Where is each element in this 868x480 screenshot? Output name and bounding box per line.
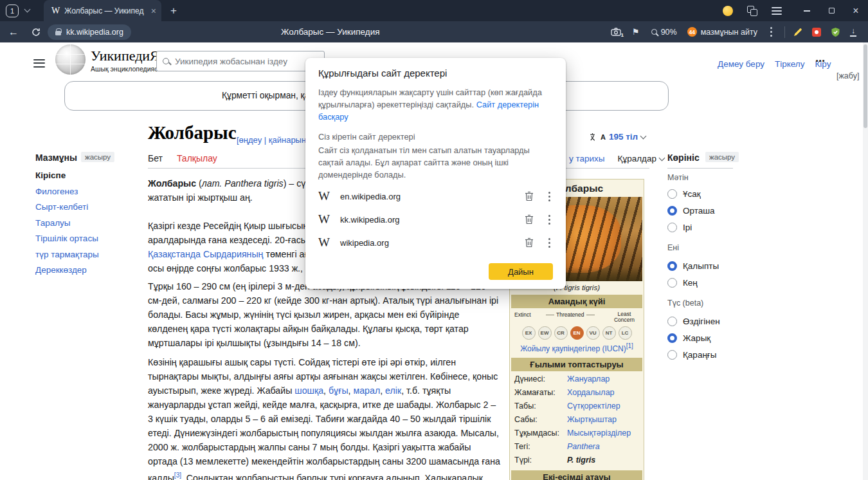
donate-link[interactable]: Демеу беру xyxy=(718,59,764,69)
wiki-more-menu-icon[interactable]: ⋯ xyxy=(815,55,826,67)
iucn-en-selected: EN xyxy=(570,326,584,340)
adblock-icon[interactable] xyxy=(812,28,821,37)
radio-text-large[interactable]: Ірі xyxy=(667,223,692,232)
text-size-label: Мәтін xyxy=(667,173,689,182)
site-more-options-icon[interactable] xyxy=(545,214,553,225)
link-shoshqa[interactable]: шошқа xyxy=(294,385,323,396)
iucn-status-link-row: Жойылу қаупіндегілер (IUCN)[1] xyxy=(511,342,642,356)
tab-group-button[interactable]: 1 xyxy=(6,5,19,17)
search-box[interactable] xyxy=(156,51,325,71)
toc-item-habitat[interactable]: Тіршілік ортасы xyxy=(35,234,99,243)
banner-close-link[interactable]: [жабу] xyxy=(836,71,859,80)
taxon-link[interactable]: Жануарлар xyxy=(567,373,610,386)
radio-color-dark[interactable]: Қараңғы xyxy=(667,350,716,360)
radio-color-auto[interactable]: Өздігінен xyxy=(667,317,720,326)
search-icon xyxy=(163,58,169,64)
wiki-menu-icon[interactable] xyxy=(33,57,45,69)
page-scrollbar[interactable] xyxy=(863,42,868,480)
tools-caret-icon xyxy=(659,154,665,161)
search-input[interactable] xyxy=(175,57,318,66)
toc-hide-button[interactable]: жасыру xyxy=(81,152,114,162)
address-bar[interactable]: kk.wikipedia.org xyxy=(48,24,131,40)
reference-3-link[interactable]: [3] xyxy=(174,472,181,479)
taxon-link[interactable]: Хордалылар xyxy=(567,386,615,400)
screenshot-icon[interactable]: 1 xyxy=(611,28,621,36)
new-tab-button[interactable]: + xyxy=(170,5,177,17)
read-aloud-button[interactable]: 44 мазмұнын айту xyxy=(687,27,757,37)
article-paragraph-4: Көзінің қарашығы ашық сары түсті. Сойдақ… xyxy=(148,355,500,480)
toc-item-references[interactable]: Дереккөздер xyxy=(35,265,99,275)
taxon-link[interactable]: Мысықтәрізділер xyxy=(567,427,631,440)
taxon-link-genus[interactable]: Panthera xyxy=(567,440,600,454)
tools-menu[interactable]: Құралдар xyxy=(618,154,664,163)
register-link[interactable]: Тіркелу xyxy=(775,59,805,69)
iucn-status-link[interactable]: Жойылу қаупіндегілер (IUCN) xyxy=(520,344,626,353)
radio-width-standard[interactable]: Қалыпты xyxy=(667,261,719,271)
site-more-options-icon[interactable] xyxy=(545,190,553,202)
radio-width-wide[interactable]: Кең xyxy=(667,278,698,288)
protect-shield-icon[interactable] xyxy=(831,27,840,37)
promo-icon[interactable] xyxy=(723,6,733,16)
wordmark-title: УикипедиЯ xyxy=(91,48,163,64)
toc-item-intro[interactable]: Кіріспе xyxy=(35,171,99,180)
language-icon-letter: A xyxy=(601,133,606,141)
zoom-indicator[interactable]: 90% xyxy=(651,28,677,37)
tab-close-icon[interactable]: × xyxy=(151,6,156,16)
reload-icon[interactable] xyxy=(27,28,45,37)
radio-icon xyxy=(667,278,677,288)
tab-page[interactable]: Бет xyxy=(148,153,163,163)
reference-1-link[interactable]: [1] xyxy=(626,342,633,349)
iucn-ex: EX xyxy=(522,326,536,340)
iucn-cr: CR xyxy=(554,326,568,340)
radio-color-light[interactable]: Жарық xyxy=(667,333,710,343)
toolbar-page-title: Жолбарыс — Уикипедия xyxy=(281,21,380,42)
link-elik[interactable]: елік xyxy=(385,385,401,396)
browser-toolbar: ← kk.wikipedia.org 1 ⚑ 90% 44 мазмұнын а… xyxy=(0,21,868,42)
screenshot-badge: 1 xyxy=(621,32,624,38)
wordmark-subtitle: Ашық энциклопедиясы xyxy=(91,65,163,73)
bookmark-icon[interactable]: ⚑ xyxy=(632,27,640,37)
more-options-icon[interactable] xyxy=(766,26,775,38)
taxon-link[interactable]: Жыртқыштар xyxy=(567,413,617,427)
article-tabs-right: у тарихы Құралдар xyxy=(569,154,664,163)
article-title: Жолбарыс xyxy=(148,122,237,143)
link-syrdariya[interactable]: Сырдарияның xyxy=(203,249,264,259)
wikipedia-wordmark[interactable]: УикипедиЯ Ашық энциклопедиясы xyxy=(91,48,163,73)
minimize-button[interactable] xyxy=(795,0,819,21)
delete-site-data-icon[interactable] xyxy=(525,214,534,225)
delete-site-data-icon[interactable] xyxy=(525,237,534,248)
link-maral[interactable]: марал xyxy=(353,385,380,396)
site-more-options-icon[interactable] xyxy=(545,237,553,248)
window-close-button[interactable]: × xyxy=(844,0,868,21)
appearance-hide-button[interactable]: жасыру xyxy=(705,152,739,162)
language-selector[interactable]: A 195 тіл xyxy=(590,132,646,142)
back-icon[interactable]: ← xyxy=(0,26,27,38)
scrollbar-thumb[interactable] xyxy=(863,44,867,128)
radio-icon-selected xyxy=(667,206,677,216)
tab-list-caret-icon[interactable] xyxy=(24,6,31,13)
taxon-link[interactable]: Сүтқоректілер xyxy=(567,400,620,413)
radio-text-medium[interactable]: Орташа xyxy=(667,206,715,216)
iucn-vu: VU xyxy=(586,326,600,340)
tab-panels-icon[interactable] xyxy=(747,6,757,16)
done-button[interactable]: Дайын xyxy=(489,263,553,280)
tab-history[interactable]: у тарихы xyxy=(569,154,605,163)
download-icon[interactable]: ↓ xyxy=(850,28,856,37)
width-label: Ені xyxy=(667,243,679,252)
pencil-icon[interactable] xyxy=(793,28,802,37)
browser-tab-active[interactable]: W Жолбарыс — Уикипед × xyxy=(44,0,161,21)
toc-item-appearance[interactable]: Сырт-келбеті xyxy=(35,202,99,212)
toc-item-subspecies[interactable]: түр тармақтары xyxy=(35,250,99,259)
toc-list: Кіріспе Филогенез Сырт-келбеті Таралуы Т… xyxy=(35,171,99,275)
toc-item-distribution[interactable]: Таралуы xyxy=(35,218,99,228)
maximize-button[interactable] xyxy=(819,0,844,21)
tab-talk[interactable]: Талқылау xyxy=(177,153,217,163)
wikipedia-logo[interactable] xyxy=(55,44,86,75)
toc-item-phylogenesis[interactable]: Филогенез xyxy=(35,187,99,196)
dialog-section-text: Сайт сіз қолданатын тіл мен сатып алатын… xyxy=(318,144,553,181)
link-bugy[interactable]: бұғы xyxy=(329,385,348,396)
delete-site-data-icon[interactable] xyxy=(525,191,534,201)
browser-menu-icon[interactable] xyxy=(772,5,782,17)
link-kazakhstan[interactable]: Қазақстанда xyxy=(148,249,201,259)
radio-text-small[interactable]: Ұсақ xyxy=(667,189,701,199)
